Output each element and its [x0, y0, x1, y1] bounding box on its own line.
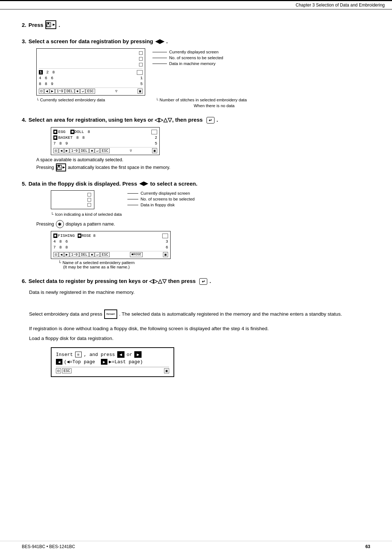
insert-toolbar: ⊡ ESC ▣ [56, 367, 169, 373]
star-key-icon: ✱ [56, 220, 64, 228]
step5-toolbar: ⊡ ◀ ▶ 1~9 DEL ✱ ↵ ESC ■ROSE ▣ [53, 251, 168, 257]
step6-number: 6. [22, 278, 26, 284]
step-5: 5. Data in the floppy disk is displayed.… [22, 180, 370, 269]
svg-marker-7 [63, 166, 65, 168]
ann-no-of-screens: No. of screens to be selected [152, 56, 223, 60]
svg-rect-2 [47, 25, 50, 27]
insert-right-btn: ▶ [134, 351, 142, 358]
step5-arrows: ◀▶ [139, 180, 148, 187]
step3-period: . [166, 38, 168, 44]
footer-model: BES-941BC • BES-1241BC [22, 544, 75, 549]
step6-period: . [209, 278, 211, 284]
chapter-header: Chapter 3 Selection of Data and Embroide… [0, 0, 392, 9]
floppy-arrow-icon [45, 20, 56, 29]
svg-rect-6 [57, 167, 60, 169]
ann-currently-selected: └ Currently selected embroidery data [36, 98, 105, 102]
step5-name-note2: (It may be the same as a file name.) [63, 265, 370, 269]
step3-arrows: ◀▶ [155, 38, 164, 45]
step4-number: 4. [22, 117, 26, 123]
floppy-arrow-icon2 [56, 163, 66, 171]
step4-screen: ■ EGG ■DOLL 8 ■ BASKET 8 8 2 7 [51, 127, 160, 155]
insert-left-btn: ◀ [117, 351, 124, 358]
footer-page: 63 [366, 544, 370, 549]
step4-enter: ↵ [205, 117, 214, 123]
step3-title: 3. Select a screen for data registration… [22, 38, 370, 45]
step6-text: Select data to register by pressing ten … [29, 278, 196, 284]
ann-currently-displayed: Currently displayed screen [152, 50, 223, 54]
insert-screen: Insert ⊡ , and press ◀ or ▶ ◀ (◀=Top pag… [51, 347, 174, 377]
step3-text: Select a screen for data registration by… [29, 38, 153, 44]
step4-text: Select an area for registration, using t… [29, 117, 203, 123]
step4-note2: Pressing automatically locates the first… [36, 163, 370, 171]
chapter-title: Chapter 3 Selection of Data and Embroide… [296, 3, 385, 8]
step2-period: . [58, 22, 60, 28]
step-4: 4. Select an area for registration, usin… [22, 117, 370, 171]
step5-data-screen: ■ FISHING ■ROSE 8 4 8 6 3 7 8 [51, 231, 171, 259]
step5-name-note: └ Name of a selected embroidery pattern … [58, 260, 370, 269]
step3-number: 3. [22, 38, 26, 44]
svg-rect-5 [58, 165, 60, 167]
step2-text: Press [29, 22, 44, 28]
step5-text: Data in the floppy disk is displayed. Pr… [29, 181, 137, 187]
start-button-icon: ‼ START [104, 309, 117, 319]
step6-title: 6. Select data to register by pressing t… [22, 278, 370, 285]
step-6: 6. Select data to register by pressing t… [22, 278, 370, 377]
svg-rect-1 [48, 23, 49, 24]
step4-toolbar: ⊡ ◀ ▶ 1~9 DEL ✱ ↵ ESC ▽ ▣ [53, 147, 157, 153]
ann-data-machine-memory: Data in machine memory [152, 61, 223, 66]
when-no-data-note: When there is no data [58, 104, 370, 108]
step3-screen: 1 2 8 4 6 6 1 [36, 48, 223, 96]
ann5-currently-displayed: Currently displayed screen [127, 191, 195, 195]
ann-num-stitches: └ Number of stitches in selected embroid… [156, 98, 247, 102]
step5-pressing-note: Pressing ✱ displays a pattern name. [36, 220, 370, 228]
step5-title: 5. Data in the floppy disk is displayed.… [22, 180, 370, 187]
step4-note1: A space available is automatically selec… [36, 157, 370, 162]
footer: BES-941BC • BES-1241BC 63 [0, 541, 392, 549]
step-2: 2. Press . [22, 20, 370, 29]
step6-body1: Data is newly registered in the machine … [29, 288, 370, 296]
step6-body5: Load a floppy disk for data registration… [29, 335, 370, 343]
insert-right-icon: ▶ [101, 359, 107, 365]
step4-title: 4. Select an area for registration, usin… [22, 117, 370, 123]
insert-floppy-icon: ⊡ [75, 352, 82, 357]
ann5-data-floppy: Data in floppy disk [127, 203, 195, 207]
step-3: 3. Select a screen for data registration… [22, 38, 370, 108]
step5-screen: └ Icon indicating a kind of selected dat… [51, 190, 195, 216]
insert-left-icon: ◀ [56, 359, 62, 365]
svg-marker-3 [53, 24, 55, 25]
step6-body4: If registration is done without loading … [29, 325, 370, 333]
step5-number: 5. [22, 181, 26, 187]
step2-title: 2. Press . [22, 20, 370, 29]
step2-number: 2. [22, 22, 26, 28]
ann5-no-of-screens: No. of screens to be selected [127, 197, 195, 201]
step6-body2: Select embroidery data and press ‼ START… [29, 309, 370, 319]
step4-period: . [217, 117, 218, 123]
step3-toolbar: ⊡ ◀ ▶ 1~9 DEL ✱ ↵ ESC ▽ ▣ [39, 88, 143, 94]
step5-text2: to select a screen. [150, 181, 197, 187]
step6-enter: ↵ [198, 278, 207, 285]
